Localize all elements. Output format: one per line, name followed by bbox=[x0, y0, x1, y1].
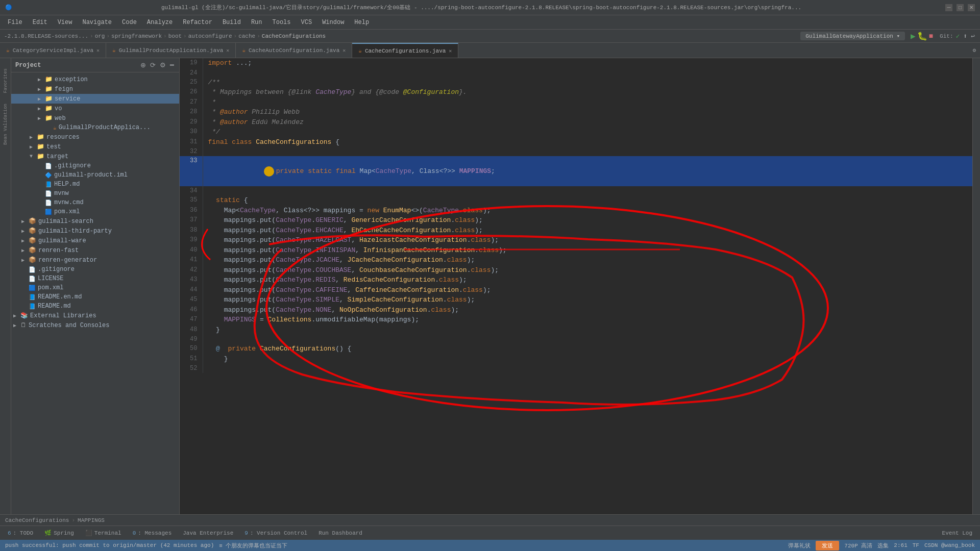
sidebar-item-root-gitignore[interactable]: 📄 .gitignore bbox=[11, 265, 179, 274]
tab-cacheconfigurations[interactable]: ☕ CacheConfigurations.java ✕ bbox=[352, 43, 458, 58]
menu-file[interactable]: File bbox=[3, 17, 28, 28]
menu-window[interactable]: Window bbox=[317, 17, 349, 28]
tab-settings-icon[interactable]: ⚙ bbox=[968, 47, 980, 54]
tab-close-icon[interactable]: ✕ bbox=[226, 47, 229, 54]
file-icon: 📄 bbox=[45, 190, 52, 197]
menu-refactor[interactable]: Refactor bbox=[178, 17, 217, 28]
terminal-icon: ⬛ bbox=[85, 530, 92, 536]
sidebar-item-test[interactable]: ▶ 📁 test bbox=[11, 142, 179, 152]
tab-bar: ☕ CategoryServiceImpl.java ✕ ☕ GulimallP… bbox=[0, 43, 980, 58]
favorites-label[interactable]: Favorites bbox=[3, 68, 8, 93]
breadcrumb-cache[interactable]: cache bbox=[238, 33, 255, 39]
close-button[interactable]: ✕ bbox=[968, 4, 975, 11]
tab-close-icon[interactable]: ✕ bbox=[449, 48, 452, 54]
sidebar-item-feign[interactable]: ▶ 📁 feign bbox=[11, 84, 179, 94]
tab-categoryserviceimpl[interactable]: ☕ CategoryServiceImpl.java ✕ bbox=[0, 43, 106, 58]
menu-help[interactable]: Help bbox=[349, 17, 374, 28]
tab-close-icon[interactable]: ✕ bbox=[96, 47, 100, 54]
git-update-icon[interactable]: ✓ bbox=[956, 32, 960, 40]
sidebar-item-renren-generator[interactable]: ▶ 📦 renren-generator bbox=[11, 255, 179, 265]
maximize-button[interactable]: □ bbox=[957, 4, 964, 11]
sidebar-item-iml[interactable]: 🔷 gulimall-product.iml bbox=[11, 170, 179, 180]
breadcrumb-bottom-field[interactable]: MAPPINGS bbox=[78, 517, 105, 523]
code-line-33: 33 private static final Map<CacheType, C… bbox=[180, 156, 972, 186]
sidebar-item-web[interactable]: ▶ 📁 web bbox=[11, 113, 179, 123]
sidebar-item-mvnw[interactable]: 📄 mvnw bbox=[11, 189, 179, 198]
sidebar-item-exception[interactable]: ▶ 📁 exception bbox=[11, 74, 179, 84]
breadcrumb-cacheconfigurations[interactable]: CacheConfigurations bbox=[262, 33, 326, 39]
menu-vcs[interactable]: VCS bbox=[296, 17, 317, 28]
tab-close-icon[interactable]: ✕ bbox=[342, 47, 346, 54]
folder-icon: 📁 bbox=[45, 105, 53, 112]
breadcrumb-bottom-class[interactable]: CacheConfigurations bbox=[5, 517, 69, 523]
menu-run[interactable]: Run bbox=[246, 17, 267, 28]
sidebar-action-sync[interactable]: ⟳ bbox=[149, 60, 157, 70]
code-table: 19 import ...; 24 25 /** 26 bbox=[180, 58, 972, 373]
sidebar-item-gulimallproductapp[interactable]: ☕ GulimallProductApplica... bbox=[11, 123, 179, 132]
sidebar-item-scratches[interactable]: ▶ 🗒 Scratches and Consoles bbox=[11, 320, 179, 330]
sidebar-action-settings[interactable]: ⚙ bbox=[159, 60, 167, 70]
sidebar-action-add[interactable]: ⊕ bbox=[139, 60, 147, 70]
breadcrumb-org[interactable]: org bbox=[95, 33, 105, 39]
menu-analyze[interactable]: Analyze bbox=[142, 17, 178, 28]
breadcrumb-springframework[interactable]: springframework bbox=[111, 33, 162, 39]
menu-tools[interactable]: Tools bbox=[267, 17, 296, 28]
bottom-tab-spring[interactable]: 🌿 Spring bbox=[39, 528, 79, 538]
sidebar-action-collapse[interactable]: ━ bbox=[169, 60, 175, 70]
bottom-tab-java-enterprise[interactable]: Java Enterprise bbox=[178, 529, 238, 538]
sidebar-item-external-libraries[interactable]: ▶ 📚 External Libraries bbox=[11, 311, 179, 320]
code-area-wrapper: 19 import ...; 24 25 /** 26 bbox=[180, 58, 980, 514]
tree-arrow-icon: ▶ bbox=[21, 238, 28, 244]
sidebar-item-gulimall-ware[interactable]: ▶ 📦 gulimall-ware bbox=[11, 236, 179, 245]
tab-cacheautoconfiguration[interactable]: ☕ CacheAutoConfiguration.java ✕ bbox=[236, 43, 352, 58]
sidebar-item-license[interactable]: 📄 LICENSE bbox=[11, 274, 179, 283]
tab-gulimallproductapplication[interactable]: ☕ GulimallProductApplication.java ✕ bbox=[106, 43, 236, 58]
menu-build[interactable]: Build bbox=[217, 17, 246, 28]
debug-button[interactable]: 🐛 bbox=[917, 31, 927, 41]
bottom-tab-terminal[interactable]: ⬛ Terminal bbox=[80, 528, 127, 538]
stop-button[interactable]: ■ bbox=[929, 32, 933, 40]
breadcrumb-autoconfigure[interactable]: autoconfigure bbox=[188, 33, 232, 39]
sidebar-item-renren-fast[interactable]: ▶ 📦 renren-fast bbox=[11, 245, 179, 255]
run-button[interactable]: ▶ bbox=[911, 31, 916, 41]
sidebar-item-gitignore[interactable]: 📄 .gitignore bbox=[11, 161, 179, 170]
sidebar-item-root-pomxml[interactable]: 🟦 pom.xml bbox=[11, 283, 179, 292]
sidebar-item-readme-en[interactable]: 📘 README.en.md bbox=[11, 292, 179, 302]
sidebar-item-resources[interactable]: ▶ 📁 resources bbox=[11, 132, 179, 142]
git-revert-icon[interactable]: ↩ bbox=[971, 32, 975, 40]
menu-navigate[interactable]: Navigate bbox=[77, 17, 117, 28]
spring-icon: 🌿 bbox=[44, 530, 52, 536]
code-line-42: 42 mappings.put(CacheType.COUCHBASE, Cou… bbox=[180, 265, 972, 276]
sidebar-item-service[interactable]: ▶ 📁 service bbox=[11, 94, 179, 104]
breadcrumb-boot[interactable]: boot bbox=[168, 33, 182, 39]
sidebar-item-gulimall-third-party[interactable]: ▶ 📦 gulimall-third-party bbox=[11, 226, 179, 236]
run-config-dropdown[interactable]: GulimallGatewayApplication ▾ bbox=[800, 32, 905, 40]
sidebar-item-pomxml-product[interactable]: 🟦 pom.xml bbox=[11, 207, 179, 216]
minimize-button[interactable]: ─ bbox=[945, 4, 952, 11]
menu-view[interactable]: View bbox=[53, 17, 78, 28]
file-icon: 🟦 bbox=[45, 209, 52, 215]
sidebar-item-mvnwcmd[interactable]: 📄 mvnw.cmd bbox=[11, 198, 179, 207]
sidebar-item-helpmd[interactable]: 📘 HELP.md bbox=[11, 180, 179, 189]
menu-code[interactable]: Code bbox=[117, 17, 142, 28]
sidebar-item-vo[interactable]: ▶ 📁 vo bbox=[11, 104, 179, 113]
code-line-43: 43 mappings.put(CacheType.REDIS, RedisCa… bbox=[180, 275, 972, 285]
bottom-tab-event-log[interactable]: Event Log bbox=[937, 529, 977, 538]
sidebar-item-target[interactable]: ▼ 📁 target bbox=[11, 152, 179, 161]
breadcrumb-sources[interactable]: -2.1.8.RELEASE-sources... bbox=[4, 33, 88, 39]
sidebar-item-gulimall-search[interactable]: ▶ 📦 gulimall-search bbox=[11, 216, 179, 226]
menu-edit[interactable]: Edit bbox=[28, 17, 53, 28]
status-time: 2:61 bbox=[894, 542, 907, 548]
send-button[interactable]: 发送 bbox=[816, 541, 839, 550]
code-line-40: 40 mappings.put(CacheType.INFINISPAN, In… bbox=[180, 245, 972, 256]
code-line-27: 27 * bbox=[180, 97, 972, 108]
git-commit-icon[interactable]: ⬆ bbox=[963, 32, 967, 40]
sidebar-item-readme[interactable]: 📘 README.md bbox=[11, 302, 179, 311]
bottom-tab-run-dashboard[interactable]: Run Dashboard bbox=[313, 529, 368, 538]
code-area[interactable]: 19 import ...; 24 25 /** 26 bbox=[180, 58, 972, 514]
bean-validation-label[interactable]: Bean Validation bbox=[3, 104, 8, 145]
status-push-text: push successful: push commit to origin/m… bbox=[5, 542, 214, 548]
bottom-tab-version-control[interactable]: 9 : Version Control bbox=[239, 529, 312, 538]
bottom-tab-messages[interactable]: 0 : Messages bbox=[128, 529, 177, 538]
bottom-tab-todo[interactable]: 6 : TODO bbox=[3, 529, 38, 538]
